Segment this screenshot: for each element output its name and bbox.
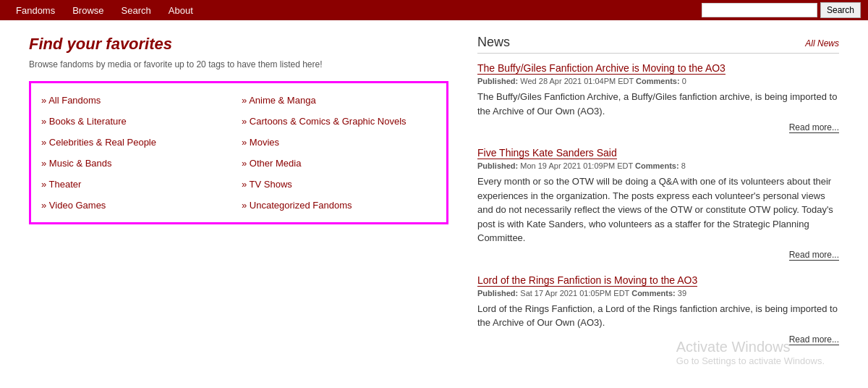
news-item-3: Lord of the Rings Fanfiction is Moving t… <box>477 274 839 345</box>
fandom-theater[interactable]: Theater <box>38 174 239 194</box>
left-column: Find your favorites Browse fandoms by me… <box>29 35 448 359</box>
fandom-uncategorized[interactable]: Uncategorized Fandoms <box>239 195 439 215</box>
fandom-music-bands[interactable]: Music & Bands <box>38 153 239 173</box>
comments-label-3: Comments: <box>631 289 676 298</box>
news-title: News <box>477 35 510 50</box>
nav-browse[interactable]: Browse <box>64 0 112 20</box>
news-title-2[interactable]: Five Things Kate Sanders Said <box>477 147 617 159</box>
news-date-1: Wed 28 Apr 2021 01:04PM EDT <box>520 77 634 85</box>
search-input[interactable] <box>702 3 817 17</box>
nav-left: Fandoms Browse Search About <box>7 0 202 20</box>
fandom-all-fandoms[interactable]: All Fandoms <box>38 90 239 110</box>
fandom-other-media[interactable]: Other Media <box>239 153 439 173</box>
news-date-3: Sat 17 Apr 2021 01:05PM EDT <box>520 289 629 298</box>
fandom-tv-shows[interactable]: TV Shows <box>239 174 439 194</box>
right-column: News All News The Buffy/Giles Fanfiction… <box>477 35 839 359</box>
published-label-2: Published: <box>477 161 518 170</box>
news-body-2: Every month or so the OTW will be doing … <box>477 174 839 245</box>
published-label-3: Published: <box>477 289 518 298</box>
news-meta-3: Published: Sat 17 Apr 2021 01:05PM EDT C… <box>477 289 839 298</box>
comments-count-2: 8 <box>681 161 686 170</box>
news-date-2: Mon 19 Apr 2021 01:09PM EDT <box>520 161 633 170</box>
fandom-video-games[interactable]: Video Games <box>38 195 239 215</box>
read-more-3: Read more... <box>477 334 839 345</box>
fandom-cartoons-comics[interactable]: Cartoons & Comics & Graphic Novels <box>239 111 439 131</box>
fandom-celebrities[interactable]: Celebrities & Real People <box>38 132 239 152</box>
nav-search[interactable]: Search <box>113 0 160 20</box>
fandom-books-literature[interactable]: Books & Literature <box>38 111 239 131</box>
read-more-link-2[interactable]: Read more... <box>789 250 839 261</box>
read-more-link-3[interactable]: Read more... <box>789 334 839 345</box>
news-title-3[interactable]: Lord of the Rings Fanfiction is Moving t… <box>477 274 697 287</box>
news-header: News All News <box>477 35 839 54</box>
find-title: Find your favorites <box>29 35 448 54</box>
news-item-2: Five Things Kate Sanders Said Published:… <box>477 147 839 260</box>
read-more-1: Read more... <box>477 122 839 132</box>
comments-count-3: 39 <box>678 289 686 298</box>
fandom-movies[interactable]: Movies <box>239 132 439 152</box>
read-more-link-1[interactable]: Read more... <box>789 122 839 133</box>
news-meta-2: Published: Mon 19 Apr 2021 01:09PM EDT C… <box>477 161 839 170</box>
comments-label-2: Comments: <box>635 161 679 170</box>
published-label-1: Published: <box>477 77 518 85</box>
nav-fandoms[interactable]: Fandoms <box>7 0 64 20</box>
browse-description: Browse fandoms by media or favorite up t… <box>29 59 448 69</box>
news-body-3: Lord of the Rings Fanfiction, a Lord of … <box>477 302 839 330</box>
news-item-1: The Buffy/Giles Fanfiction Archive is Mo… <box>477 62 839 132</box>
comments-count-1: 0 <box>682 77 686 85</box>
fandom-anime-manga[interactable]: Anime & Manga <box>239 90 439 110</box>
fandom-box: All Fandoms Anime & Manga Books & Litera… <box>29 81 448 224</box>
main-content: Find your favorites Browse fandoms by me… <box>0 20 868 374</box>
news-title-1[interactable]: The Buffy/Giles Fanfiction Archive is Mo… <box>477 62 726 75</box>
read-more-2: Read more... <box>477 250 839 260</box>
header: Fandoms Browse Search About Search <box>0 0 868 20</box>
nav-about[interactable]: About <box>160 0 202 20</box>
nav-search-area: Search <box>702 2 861 18</box>
all-news-link[interactable]: All News <box>805 38 839 48</box>
news-body-1: The Buffy/Giles Fanfiction Archive, a Bu… <box>477 90 839 118</box>
search-button[interactable]: Search <box>820 2 861 18</box>
news-meta-1: Published: Wed 28 Apr 2021 01:04PM EDT C… <box>477 77 839 85</box>
comments-label-1: Comments: <box>636 77 680 85</box>
